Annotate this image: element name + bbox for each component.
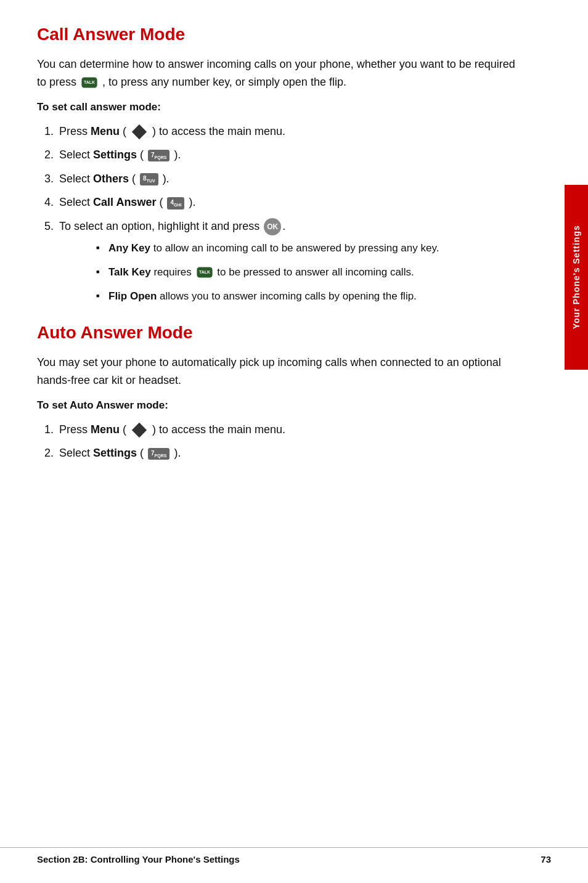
footer: Section 2B: Controlling Your Phone's Set… xyxy=(0,847,588,865)
svg-text:TALK: TALK xyxy=(198,270,210,274)
auto-step-1: Press Menu ( ) to access the main menu. xyxy=(57,420,518,439)
svg-marker-5 xyxy=(132,423,147,437)
section2: Auto Answer Mode You may set your phone … xyxy=(37,323,518,463)
callanswer-key-icon: 4GHI xyxy=(167,197,184,210)
section1-intro: You can determine how to answer incoming… xyxy=(37,55,518,91)
auto-step-2: Select Settings ( 7PQRS ). xyxy=(57,444,518,463)
section1-title: Call Answer Mode xyxy=(37,25,518,44)
page-content: Call Answer Mode You can determine how t… xyxy=(0,0,555,506)
settings-key-icon-2: 7PQRS xyxy=(148,448,169,460)
bullet-talkkey: Talk Key requires TALK to be pressed to … xyxy=(96,264,518,280)
menu-icon-1 xyxy=(131,123,148,140)
section2-title: Auto Answer Mode xyxy=(37,323,518,343)
talk-icon-bullet: TALK xyxy=(196,266,213,279)
section2-label: To set Auto Answer mode: xyxy=(37,399,518,412)
others-key-icon: 8TUV xyxy=(140,173,158,185)
settings-key-icon: 7PQRS xyxy=(148,150,169,162)
step-3: Select Others ( 8TUV ). xyxy=(57,169,518,189)
sidebar-label: Your Phone's Settings xyxy=(565,185,588,370)
section2-intro: You may set your phone to automatically … xyxy=(37,354,518,389)
step-4: Select Call Answer ( 4GHI ). xyxy=(57,193,518,212)
talk-icon: TALK xyxy=(81,76,98,89)
bullet-list: Any Key to allow an incoming call to be … xyxy=(96,240,518,305)
svg-text:TALK: TALK xyxy=(84,80,95,84)
menu-icon-2 xyxy=(131,421,148,439)
step-2: Select Settings ( 7PQRS ). xyxy=(57,145,518,165)
ok-button-icon: OK xyxy=(264,218,281,235)
footer-page-number: 73 xyxy=(541,854,551,865)
step-5: To select an option, highlight it and pr… xyxy=(57,217,518,304)
section1-label: To set call answer mode: xyxy=(37,101,518,113)
section1-steps: Press Menu ( ) to access the main menu. … xyxy=(57,122,518,305)
svg-marker-2 xyxy=(132,124,147,139)
step-1: Press Menu ( ) to access the main menu. xyxy=(57,122,518,141)
bullet-flipopen: Flip Open allows you to answer incoming … xyxy=(96,288,518,304)
section2-steps: Press Menu ( ) to access the main menu. … xyxy=(57,420,518,463)
bullet-anykey: Any Key to allow an incoming call to be … xyxy=(96,240,518,256)
footer-left: Section 2B: Controlling Your Phone's Set… xyxy=(37,854,240,865)
